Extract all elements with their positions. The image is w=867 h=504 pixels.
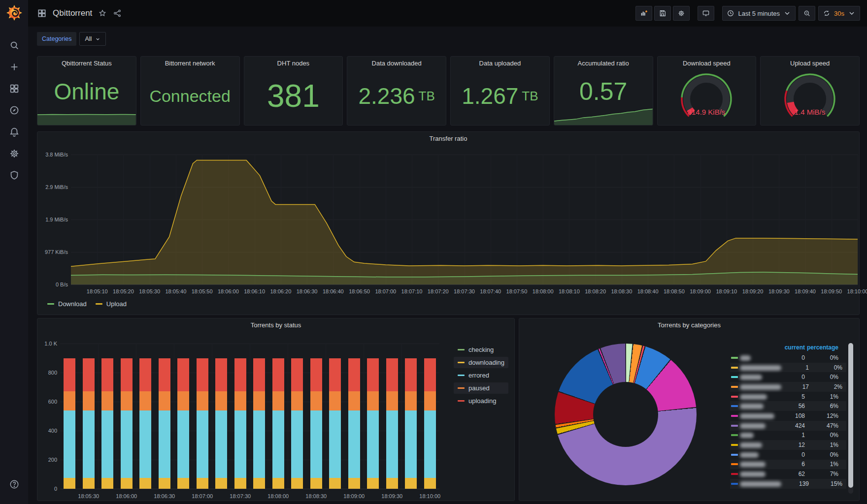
bar-segment-uploading xyxy=(177,358,189,392)
add-panel-button[interactable] xyxy=(635,6,652,21)
cell-percentage: 12% xyxy=(805,412,838,419)
column-header-current[interactable]: current xyxy=(777,344,805,351)
panel-title[interactable]: Transfer ratio xyxy=(37,135,859,142)
dashboard-title[interactable]: Qbittorrent xyxy=(53,8,92,18)
redacted-category-name xyxy=(740,404,764,409)
legend-color-dash xyxy=(731,434,738,436)
legend-item-uploading[interactable]: uploading xyxy=(454,395,508,407)
dashboard-grid-icon[interactable] xyxy=(37,8,47,18)
x-axis-label: 18:09:20 xyxy=(738,288,767,294)
bar-segment-uploading xyxy=(424,358,436,392)
legend-item-download[interactable]: Download xyxy=(47,300,87,308)
donut-hole xyxy=(593,382,658,447)
bar-segment-errored xyxy=(159,410,170,478)
bar-segment-uploading xyxy=(215,358,227,392)
bar-segment-errored xyxy=(101,410,113,478)
bar-segment-paused xyxy=(405,391,417,410)
legend-item-checking[interactable]: checking xyxy=(454,344,508,355)
panel-title[interactable]: Qbittorrent Status xyxy=(37,60,136,67)
category-row: 00% xyxy=(730,353,846,363)
panel-title[interactable]: Data uploaded xyxy=(451,60,549,67)
stat-value: 2.236TB xyxy=(347,71,446,120)
bar-segment-paused xyxy=(215,391,227,410)
variable-label-categories[interactable]: Categories xyxy=(37,32,76,46)
zoom-out-button[interactable] xyxy=(799,6,815,21)
refresh-button[interactable]: 30s xyxy=(818,6,860,21)
column-header-percentage[interactable]: percentage xyxy=(805,344,838,351)
bar-segment-errored xyxy=(348,410,360,478)
search-icon[interactable] xyxy=(8,39,20,51)
redacted-category-name xyxy=(740,384,781,390)
y-axis-label: 0 B/s xyxy=(37,282,68,287)
bar-segment-downloading xyxy=(424,478,436,489)
dashboard-settings-button[interactable] xyxy=(673,6,690,21)
bar-segment-paused xyxy=(253,391,265,410)
shield-icon[interactable] xyxy=(8,169,20,181)
stacked-bar xyxy=(177,344,189,489)
panel-title[interactable]: Data downloaded xyxy=(347,60,446,67)
panel-title[interactable]: Download speed xyxy=(658,60,756,67)
bar-segment-uploading xyxy=(386,358,398,392)
gridline xyxy=(212,344,212,489)
gridline xyxy=(326,344,326,489)
bar-segment-paused xyxy=(139,391,151,410)
legend-color-dash xyxy=(731,376,738,378)
panel-title[interactable]: Bittorrent network xyxy=(141,60,239,67)
cell-percentage: 1% xyxy=(805,441,838,448)
plus-icon[interactable] xyxy=(8,61,20,73)
redacted-category-name xyxy=(740,442,762,448)
bar-segment-uploading xyxy=(121,358,133,392)
bar-segment-errored xyxy=(424,410,436,478)
bar-segment-downloading xyxy=(234,478,246,489)
cell-current: 1 xyxy=(781,364,809,371)
dashboards-icon[interactable] xyxy=(8,83,20,94)
bar-segment-paused xyxy=(329,391,341,410)
legend-item-downloading[interactable]: downloading xyxy=(454,357,508,368)
panel-title[interactable]: Torrents by categories xyxy=(519,321,859,329)
x-axis-label: 18:08:00 xyxy=(528,288,558,294)
legend-item-paused[interactable]: paused xyxy=(454,382,508,394)
bar-segment-uploading xyxy=(310,358,322,392)
help-icon[interactable] xyxy=(8,478,20,490)
bar-segment-uploading xyxy=(405,358,417,392)
y-axis-label: 200 xyxy=(37,457,57,463)
bar-segment-errored xyxy=(367,410,379,478)
bar-segment-downloading xyxy=(101,478,113,489)
bar-segment-errored xyxy=(272,410,284,478)
panel-title[interactable]: Accumulated ratio xyxy=(554,60,653,67)
legend-color-dash xyxy=(731,405,738,407)
legend-color-dash xyxy=(458,400,465,402)
cell-percentage: 0% xyxy=(805,451,838,458)
table-scrollbar[interactable] xyxy=(848,343,853,494)
category-row: 13915% xyxy=(730,479,846,489)
panel-title[interactable]: DHT nodes xyxy=(244,60,343,67)
compass-icon[interactable] xyxy=(8,104,20,116)
grafana-logo[interactable] xyxy=(0,0,28,26)
save-dashboard-button[interactable] xyxy=(654,6,671,21)
gauge-value: 314.9 KiB/s xyxy=(688,108,726,116)
bar-segment-downloading xyxy=(197,478,208,489)
x-axis-label: 18:06:00 xyxy=(109,493,144,499)
gauge: 314.9 KiB/s xyxy=(669,67,743,126)
legend-item-errored[interactable]: errored xyxy=(454,370,508,381)
tv-mode-button[interactable] xyxy=(698,6,714,21)
bell-icon[interactable] xyxy=(8,126,20,138)
panel-title[interactable]: Torrents by status xyxy=(37,321,514,329)
legend-color-dash xyxy=(458,362,465,363)
legend-item-upload[interactable]: Upload xyxy=(96,300,127,308)
variable-value-dropdown[interactable]: All xyxy=(79,32,106,46)
category-row: 121% xyxy=(730,440,846,450)
bar-segment-paused xyxy=(291,391,303,410)
stats-row: Qbittorrent StatusOnlineBittorrent netwo… xyxy=(37,56,860,126)
gear-icon[interactable] xyxy=(8,148,20,159)
bar-segment-paused xyxy=(83,391,95,410)
time-range-picker[interactable]: Last 5 minutes xyxy=(722,6,796,21)
cell-current: 5 xyxy=(777,393,805,400)
panel-title[interactable]: Upload speed xyxy=(761,60,859,67)
scrollbar-thumb[interactable] xyxy=(848,343,853,488)
share-icon[interactable] xyxy=(113,9,122,18)
star-icon[interactable] xyxy=(98,9,107,18)
stacked-bar xyxy=(291,344,303,489)
gridline xyxy=(174,344,174,489)
y-axis-label: 977 KiB/s xyxy=(37,249,68,255)
